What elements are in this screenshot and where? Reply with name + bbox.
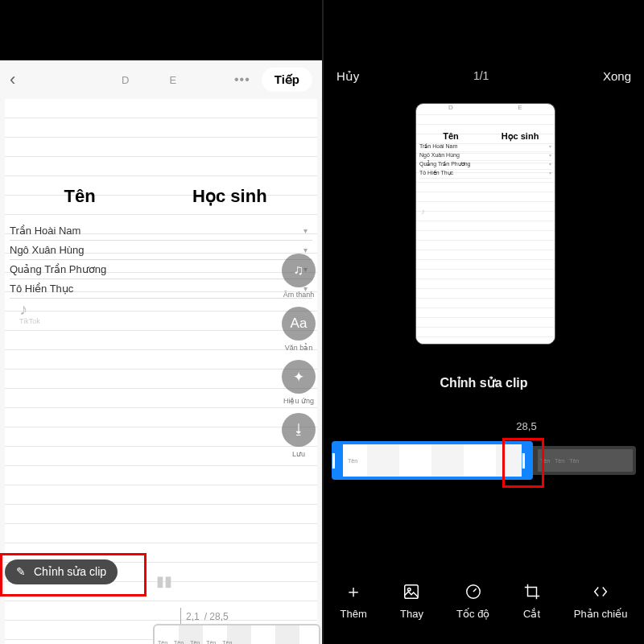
time-indicator: 2,1 / 28,5 (180, 608, 229, 625)
tiktok-logo-small: ♪ (421, 207, 425, 216)
table-row: Trần Hoài Nam▾ (419, 143, 551, 152)
clip-timeline[interactable]: TênTênTên Tên ▎ ▎ (332, 441, 636, 481)
clip-counter: 1/1 (473, 69, 489, 84)
clip-toolbar: ＋ Thêm Thay Tốc độ Cắt Phản chiếu (324, 582, 644, 620)
plus-icon: ＋ (345, 582, 362, 601)
crop-button[interactable]: Cắt (523, 582, 541, 620)
col-e: E (170, 74, 177, 86)
effects-label: Hiệu ứng (282, 397, 316, 405)
highlight-box (0, 553, 147, 597)
gauge-icon (464, 582, 482, 601)
crop-label: Cắt (523, 608, 540, 620)
time-total: / 28,5 (204, 611, 229, 622)
sheet-rows: Trần Hoài Nam▾ Ngô Xuân Hùng▾ Quảng Trần… (10, 221, 312, 299)
heading-student: Học sinh (155, 186, 304, 207)
svg-point-1 (408, 588, 411, 591)
clip-edit-title: Chỉnh sửa clip (324, 375, 644, 390)
tiktok-logo: ♪TikTok (19, 300, 40, 325)
preview-rows: Trần Hoài Nam▾ Ngô Xuân Hùng▾ Quảng Trần… (416, 142, 555, 180)
preview-cols: D E (416, 104, 555, 115)
crop-icon (523, 582, 541, 601)
col-d: D (122, 74, 129, 86)
clip-preview: D E Tên Học sinh Trần Hoài Nam▾ Ngô Xuân… (415, 103, 555, 345)
cancel-button[interactable]: Hủy (336, 69, 359, 84)
editor-header: ‹ D E ••• Tiếp (0, 60, 322, 99)
side-actions: ♫ Âm thanh Aa Văn bản ✦ Hiệu ứng ⭳ Lưu (282, 254, 316, 458)
replace-button[interactable]: Thay (400, 582, 423, 620)
effects-button[interactable]: ✦ (282, 360, 316, 394)
timeline-strip[interactable]: TênTênTênTênTên (153, 624, 320, 644)
table-row: Tô Hiền Thục▾ (10, 279, 312, 299)
done-button[interactable]: Xong (603, 69, 631, 84)
clip-editor-header: Hủy 1/1 Xong (324, 69, 644, 84)
preview-headings: Tên Học sinh (416, 131, 555, 142)
mirror-button[interactable]: Phản chiếu (574, 582, 628, 620)
left-editor: ‹ D E ••• Tiếp Tên Học sinh Trần Hoài Na… (0, 60, 322, 644)
more-icon[interactable]: ••• (234, 72, 250, 87)
time-current: 2,1 (186, 611, 200, 622)
image-icon (402, 582, 420, 601)
text-label: Văn bản (282, 344, 316, 352)
table-row: Ngô Xuân Hùng▾ (10, 241, 312, 260)
mirror-label: Phản chiếu (574, 608, 628, 620)
add-clip-button[interactable]: ＋ Thêm (341, 582, 367, 620)
replace-label: Thay (400, 608, 423, 620)
mirror-icon (592, 582, 609, 601)
music-button[interactable]: ♫ (282, 254, 316, 287)
text-button[interactable]: Aa (282, 307, 316, 341)
clip-duration: 28,5 (324, 420, 644, 432)
speed-label: Tốc độ (456, 608, 489, 620)
table-row: Trần Hoài Nam▾ (10, 221, 312, 241)
speed-button[interactable]: Tốc độ (456, 582, 489, 620)
music-label: Âm thanh (282, 291, 316, 299)
trim-handle-left[interactable]: ▎ (332, 441, 343, 480)
table-row: Ngô Xuân Hùng▾ (419, 152, 551, 161)
right-screenshot: Hủy 1/1 Xong D E Tên Học sinh Trần Hoài … (322, 0, 644, 644)
pause-icon[interactable]: ▮▮ (156, 572, 172, 590)
timeline-thumbs-rest: TênTênTên (538, 449, 633, 472)
table-row: Tô Hiền Thục▾ (419, 170, 551, 179)
highlight-box (502, 438, 544, 488)
save-button[interactable]: ⭳ (282, 413, 316, 447)
table-row: Quảng Trần Phương▾ (419, 161, 551, 170)
sheet-headings: Tên Học sinh (5, 186, 317, 207)
next-button[interactable]: Tiếp (262, 68, 312, 92)
column-letters: D E (122, 74, 176, 86)
svg-rect-0 (405, 585, 419, 599)
add-label: Thêm (341, 608, 367, 620)
table-row: Quảng Trần Phương▾ (10, 260, 312, 279)
header-right: ••• Tiếp (234, 68, 312, 92)
heading-name: Tên (5, 186, 155, 207)
left-screenshot: ‹ D E ••• Tiếp Tên Học sinh Trần Hoài Na… (0, 0, 322, 644)
back-icon[interactable]: ‹ (10, 69, 15, 90)
save-label: Lưu (282, 450, 316, 458)
